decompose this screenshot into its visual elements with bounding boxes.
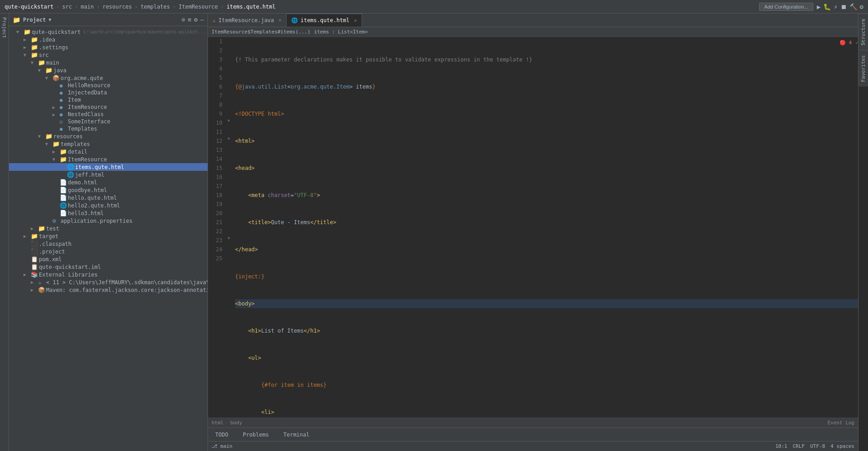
debug-icon[interactable]: 🐛 xyxy=(823,3,831,10)
items-qute-html-file[interactable]: 🌐 items.qute.html xyxy=(9,163,208,171)
settings-icon[interactable]: ⚙ xyxy=(860,3,863,10)
test-folder[interactable]: ▶ 📁 test xyxy=(9,225,208,232)
event-log-link[interactable]: Event Log xyxy=(827,420,854,426)
tab-items-qute[interactable]: 🌐 items.qute.html ✕ xyxy=(287,14,362,27)
package-icon: 📦 xyxy=(52,75,61,81)
favorites-panel[interactable]: Favorites xyxy=(859,50,868,87)
java-class-icon: ● xyxy=(60,104,68,110)
item-file[interactable]: ● Item xyxy=(9,96,208,103)
org-package[interactable]: ▼ 📦 org.acme.qute xyxy=(9,74,208,82)
hello-resource-file[interactable]: ● HelloResource xyxy=(9,82,208,89)
title-active-file: items.qute.html xyxy=(226,4,275,10)
arrow-icon: ▶ xyxy=(24,272,31,277)
arrow-icon: ▼ xyxy=(31,60,38,65)
goodbye-label: goodbye.html xyxy=(68,187,107,193)
goodbye-html-file[interactable]: 📄 goodbye.html xyxy=(9,186,208,194)
collapse-icon[interactable]: ≡ xyxy=(188,16,192,23)
injected-data-file[interactable]: ● InjectedData xyxy=(9,89,208,96)
locate-icon[interactable]: ⊙ xyxy=(182,16,185,23)
build-icon[interactable]: 🔨 xyxy=(849,3,857,10)
templates-file[interactable]: ● Templates xyxy=(9,125,208,132)
pom-xml-file[interactable]: 📋 pom.xml xyxy=(9,255,208,263)
target-folder[interactable]: ▶ 📁 target xyxy=(9,232,208,240)
arrow-icon: ▶ xyxy=(24,45,31,50)
right-panels: Structure Favorites xyxy=(858,14,868,451)
html-file-icon: 🌐 xyxy=(60,202,68,209)
java-sdk-item[interactable]: ▶ ☕ < 11 > C:\Users\JeffMAURY\.sdkman\ca… xyxy=(9,278,208,286)
project-panel: 📁 Project ▼ ⊙ ≡ ⚙ — ▼ 📁 qute-quickstart … xyxy=(9,14,208,451)
tab-item-resource[interactable]: ☕ ItemResource.java ✕ xyxy=(208,14,287,27)
demo-html-file[interactable]: 📄 demo.html xyxy=(9,179,208,186)
java-folder[interactable]: ▼ 📁 java xyxy=(9,66,208,74)
project-label: .project xyxy=(39,249,65,255)
injected-label: InjectedData xyxy=(68,89,107,96)
project-file[interactable]: ⬛ .project xyxy=(9,248,208,255)
gear-icon[interactable]: ⚙ xyxy=(194,16,198,23)
run-icon[interactable]: ▶ xyxy=(817,3,821,10)
hello-html-file[interactable]: 📄 hello.qute.html xyxy=(9,194,208,202)
title-bar: qute-quickstart › src › main › resources… xyxy=(0,0,868,14)
project-panel-label[interactable]: Project xyxy=(0,14,9,451)
run-config-button[interactable]: Add Configuration... xyxy=(759,3,813,11)
breadcrumb-html: html xyxy=(212,420,224,426)
iml-icon: 📋 xyxy=(31,263,39,270)
resources-folder[interactable]: ▼ 📁 resources xyxy=(9,132,208,140)
stop-icon[interactable]: ⏹ xyxy=(840,3,847,10)
settings-folder[interactable]: ▶ 📁 .settings xyxy=(9,43,208,51)
resources-label: resources xyxy=(53,133,83,140)
idea-label: .idea xyxy=(39,37,55,43)
html-tab-icon: 🌐 xyxy=(291,17,298,23)
app-properties-file[interactable]: ⚙ application.properties xyxy=(9,217,208,225)
code-line-11: <h1>List of Items</h1> xyxy=(235,326,858,335)
ext-libs-label: External Libraries xyxy=(39,272,98,278)
jeff-html-file[interactable]: 🌐 jeff.html xyxy=(9,171,208,179)
tab-close-icon[interactable]: ✕ xyxy=(278,17,282,23)
folder-icon: 📁 xyxy=(31,44,39,51)
some-interface-file[interactable]: ◎ SomeInterface xyxy=(9,118,208,125)
indent-info: 4 spaces xyxy=(830,443,854,449)
pom-label: pom.xml xyxy=(39,256,62,263)
terminal-tab[interactable]: Terminal xyxy=(280,430,313,440)
arrow-icon: ▼ xyxy=(45,75,52,80)
tree-root[interactable]: ▼ 📁 qute-quickstart C:\work\src\tmp\quar… xyxy=(9,28,208,36)
problems-tab[interactable]: Problems xyxy=(239,430,273,440)
cursor-position: 10:1 xyxy=(775,443,788,449)
detail-folder[interactable]: ▶ 📁 detail xyxy=(9,148,208,155)
external-libs-folder[interactable]: ▶ 📚 External Libraries xyxy=(9,271,208,278)
jeff-html-label: jeff.html xyxy=(75,172,104,178)
code-content[interactable]: {! This parameter declarations makes it … xyxy=(231,37,858,418)
arrow-icon: ▼ xyxy=(52,157,60,162)
arrow-icon: ▶ xyxy=(24,234,31,239)
classpath-file[interactable]: ⬛ .classpath xyxy=(9,240,208,248)
nested-class-file[interactable]: ▶ ● NestedClass xyxy=(9,111,208,118)
todo-tab[interactable]: TODO xyxy=(212,430,232,440)
git-branch: ⎇ main xyxy=(212,443,232,449)
hello3-html-file[interactable]: 📄 hello3.html xyxy=(9,209,208,217)
item-resource-dir[interactable]: ▼ 📁 ItemResource xyxy=(9,155,208,163)
maven-jackson-item[interactable]: ▶ 📦 Maven: com.fasterxml.jackson.core:ja… xyxy=(9,286,208,294)
folder-icon: 📁 xyxy=(31,36,39,43)
coverage-icon[interactable]: ⚡ xyxy=(834,3,837,10)
src-folder[interactable]: ▼ 📁 src xyxy=(9,51,208,59)
iml-file[interactable]: 📋 qute-quickstart.iml xyxy=(9,263,208,271)
project-dropdown-icon[interactable]: ▼ xyxy=(49,17,52,22)
idea-folder[interactable]: ▶ 📁 .idea xyxy=(9,36,208,43)
code-line-4: <html> xyxy=(235,136,858,146)
templates-dir[interactable]: ▼ 📁 templates xyxy=(9,140,208,148)
code-line-2: {@java.util.List<org.acme.qute.Item> ite… xyxy=(235,82,858,91)
code-editor[interactable]: 12345 678910 1112131415 1617181920 21222… xyxy=(208,37,858,418)
java-interface-icon: ◎ xyxy=(60,119,68,125)
tab-label: items.qute.html xyxy=(301,17,349,23)
tab-close-icon[interactable]: ✕ xyxy=(354,18,357,23)
hello3-label: hello3.html xyxy=(68,210,104,216)
close-panel-icon[interactable]: — xyxy=(200,16,204,23)
gutter: ▼ ▼ ▼ xyxy=(226,37,231,418)
breadcrumb-var: items : List<Item> xyxy=(314,29,368,35)
item-resource-file[interactable]: ▶ ● ItemResource xyxy=(9,103,208,111)
breadcrumb-bottom: html › body Event Log xyxy=(208,418,858,428)
hello2-html-file[interactable]: 🌐 hello2.qute.html xyxy=(9,202,208,209)
arrow-icon: ▼ xyxy=(38,134,45,139)
some-interface-label: SomeInterface xyxy=(68,118,110,125)
main-folder[interactable]: ▼ 📁 main xyxy=(9,59,208,66)
title-project: qute-quickstart xyxy=(5,4,53,10)
